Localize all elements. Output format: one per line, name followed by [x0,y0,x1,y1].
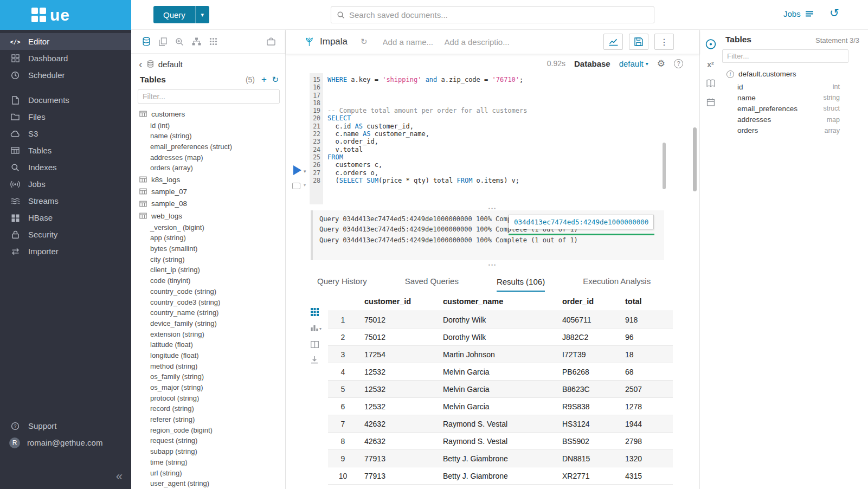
column-item-id[interactable]: idint [721,81,868,92]
results-row[interactable]: 275012Dorothy WilkJ882C296 [328,329,673,346]
refresh-tables-icon[interactable]: ↻ [272,75,279,85]
jobs-link[interactable]: Jobs [783,9,814,18]
download-icon[interactable] [311,356,322,364]
tab-results-106[interactable]: Results (106) [497,277,545,292]
column-item[interactable]: city (string) [131,254,285,265]
query-id-popup[interactable]: 034d413ec7474ed5:4249de1000000000 [509,215,654,229]
language-reference-icon[interactable] [706,79,715,87]
sidebar-item-security[interactable]: Security [0,226,131,243]
sidebar-item-jobs[interactable]: Jobs [0,176,131,192]
database-selector[interactable]: default ▾ [619,59,648,68]
results-row[interactable]: 1077913Betty J. GiambroneXR27714315 [328,467,673,485]
tab-query-history[interactable]: Query History [317,276,367,292]
settings-gear-icon[interactable]: ⚙ [657,58,665,69]
format-icon[interactable] [292,183,300,189]
table-item-sample_07[interactable]: sample_07 [131,185,285,197]
table-item-customers[interactable]: customers [131,108,285,120]
exec-options-caret-icon[interactable]: ▾ [304,169,306,174]
results-column-header[interactable]: total [619,292,673,311]
column-item-email_preferences[interactable]: email_preferencesstruct [721,103,868,114]
editor-scrollbar[interactable] [663,143,666,189]
apps-grid-icon[interactable] [209,37,217,46]
tab-execution-analysis[interactable]: Execution Analysis [583,276,651,292]
databases-icon[interactable] [142,37,151,46]
column-item[interactable]: client_ip (string) [131,265,285,275]
column-item-orders[interactable]: ordersarray [721,125,868,136]
documents-copy-icon[interactable] [159,37,167,46]
execute-button[interactable] [293,165,301,175]
column-item[interactable]: url (string) [131,467,285,478]
results-row[interactable]: 612532Melvin GarciaR9S8381278 [328,398,673,415]
more-actions-button[interactable]: ⋮ [654,34,674,50]
column-item[interactable]: _version_ (bigint) [131,222,285,233]
column-item[interactable]: longitude (float) [131,350,285,361]
zoom-icon[interactable] [175,37,184,46]
column-item[interactable]: name (string) [131,131,285,141]
sidebar-collapse-button[interactable]: « [116,469,123,484]
column-item[interactable]: orders (array) [131,163,285,173]
breadcrumb[interactable]: default [158,60,183,69]
column-item[interactable]: referer (string) [131,414,285,425]
results-row[interactable]: 175012Dorothy Wilk4056711918 [328,311,673,329]
results-column-header[interactable]: customer_name [436,292,556,311]
column-item[interactable]: user_agent (string) [131,478,285,489]
column-item[interactable]: os_major (string) [131,382,285,393]
column-item[interactable]: method (string) [131,361,285,371]
assistant-icon[interactable] [705,38,716,50]
save-button[interactable] [629,34,648,50]
column-item[interactable]: device_family (string) [131,318,285,329]
chart-view-icon[interactable]: ▾ [311,324,322,333]
sidebar-item-user[interactable]: R romain@gethue.com [0,434,131,451]
column-item[interactable]: country_code3 (string) [131,297,285,307]
column-item[interactable]: bytes (smallint) [131,243,285,254]
results-row[interactable]: 977913Betty J. GiambroneDN88151320 [328,450,673,467]
table-filter-input[interactable] [138,89,280,104]
sidebar-item-hbase[interactable]: HBase [0,209,131,226]
table-item-sample_08[interactable]: sample_08 [131,198,285,210]
sidebar-item-files[interactable]: Files [0,108,131,125]
column-item[interactable]: time (string) [131,457,285,468]
column-item[interactable]: addresses (map) [131,152,285,163]
collections-bag-icon[interactable] [267,37,275,46]
tab-saved-queries[interactable]: Saved Queries [405,276,459,292]
sidebar-item-tables[interactable]: Tables [0,142,131,159]
sidebar-item-streams[interactable]: Streams [0,192,131,209]
column-item[interactable]: request (string) [131,435,285,446]
query-name-input[interactable] [383,37,437,47]
add-table-icon[interactable]: + [261,74,267,85]
results-row[interactable]: 842632Raymond S. VestalBS59022798 [328,433,673,450]
query-button[interactable]: Query ▾ [153,6,209,23]
column-item[interactable]: country_name (string) [131,307,285,318]
column-item[interactable]: region_code (bigint) [131,424,285,435]
column-item-name[interactable]: namestring [721,92,868,103]
table-item-web_logs[interactable]: web_logs [131,210,285,222]
results-row[interactable]: 317254Martin JohnsonI72T3918 [328,346,673,363]
results-row[interactable]: 412532Melvin GarciaPB626868 [328,363,673,381]
column-item[interactable]: record (string) [131,403,285,414]
table-item-k8s_logs[interactable]: k8s_logs [131,173,285,185]
schedule-icon[interactable] [706,98,715,106]
sidebar-item-documents[interactable]: Documents [0,92,131,108]
column-item[interactable]: subapp (string) [131,446,285,457]
search-bar[interactable] [331,7,654,23]
history-icon[interactable]: ↺ [830,7,839,20]
column-item[interactable]: extension (string) [131,329,285,339]
column-item[interactable]: app (string) [131,233,285,243]
column-item[interactable]: os_family (string) [131,371,285,382]
query-dropdown-caret[interactable]: ▾ [195,6,209,23]
column-item-addresses[interactable]: addressesmap [721,114,868,125]
sidebar-item-indexes[interactable]: Indexes [0,159,131,176]
grid-view-icon[interactable] [311,308,322,316]
sidebar-item-s3[interactable]: S3 [0,125,131,142]
sidebar-item-importer[interactable]: Importer [0,243,131,260]
resize-handle-bottom[interactable]: ••• [286,263,699,267]
column-item[interactable]: protocol (string) [131,393,285,403]
search-input[interactable] [349,10,654,20]
results-row[interactable]: 512532Melvin GarciaB8623C2507 [328,381,673,398]
code-editor[interactable]: ▾ 1516171819202122232425262728 WHERE a.k… [286,73,699,204]
results-column-header[interactable]: order_id [556,292,619,311]
results-column-header[interactable]: customer_id [358,292,436,311]
panel-scrollbar[interactable] [693,127,697,191]
results-row[interactable]: 742632Raymond S. VestalHS31241944 [328,415,673,433]
active-table[interactable]: i default.customers [721,65,868,81]
